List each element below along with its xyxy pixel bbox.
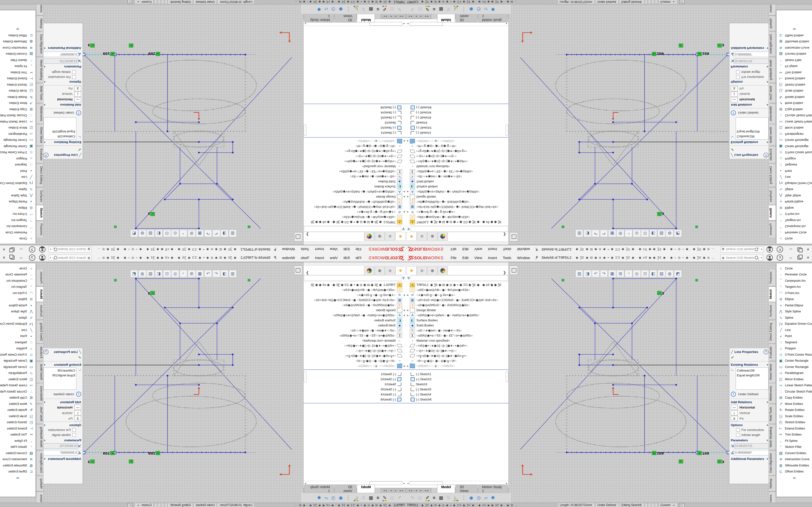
search-icon[interactable]	[54, 248, 57, 251]
tool-menu-item[interactable]: ∿ Spline	[0, 315, 36, 321]
menu-more-chevron-icon[interactable]: ≫	[0, 476, 36, 480]
relations-listbox[interactable]: Collinear108 Equal length109	[735, 368, 768, 390]
tool-menu-item[interactable]: ∷ Segment	[776, 162, 812, 168]
tab-nav-icon[interactable]: ►	[388, 15, 393, 18]
search-input[interactable]: Search CAD Models	[726, 248, 755, 251]
tree-scrollbar-thumb[interactable]	[304, 125, 306, 136]
tool-menu-item[interactable]: ▧ Convert Entities	[0, 51, 36, 57]
tree-row[interactable]: ▶ ↺ ○⋏◉+ƨƧ◦ƍ○ ◉○ ƍ◦Ƨƨ+◉⋏○	[304, 210, 406, 215]
motion-toolbar-icon[interactable]: ✎	[411, 6, 414, 12]
tree-row[interactable]: ▦ ○ƨƧ+ƐƨƧ○И◎◉+ƆƆƐИƨƧ○ ◉○ ƧƨИƐƆƆ+◉◎И○ƧƨƐ+…	[304, 297, 406, 302]
length-input[interactable]	[734, 58, 770, 64]
motion-toolbar-icon[interactable]: ✎	[398, 6, 401, 12]
motion-toolbar-icon[interactable]: ▱	[324, 495, 328, 501]
tree-expand-arrow-icon[interactable]: ▶	[406, 140, 410, 143]
angle-input[interactable]	[734, 450, 770, 455]
menu-item[interactable]: Tools	[298, 256, 312, 260]
tool-menu-item[interactable]: ⊢ Extend Entities	[776, 426, 812, 432]
option-checkbox-row[interactable]: Infinite length	[42, 69, 83, 74]
user-account-icon[interactable]	[39, 246, 45, 252]
tool-menu-item[interactable]: ⊖ Ellipse	[776, 205, 812, 211]
document-tab[interactable]: Motion Study 1	[478, 14, 508, 22]
relation-button-icon[interactable]: ⚓	[74, 416, 81, 421]
tool-menu-item[interactable]: ╱ Line	[776, 327, 812, 333]
tree-filter-input[interactable]	[411, 276, 508, 281]
tool-menu-item[interactable]: ◇ 3 Point Center Recta...	[776, 351, 812, 358]
relations-listbox[interactable]: Collinear108 Equal length109	[44, 368, 77, 390]
tool-menu-item[interactable]: ◟ Fit Spline	[0, 63, 36, 69]
tree-row[interactable]: ▦ ○ƨƧ+ƐƨƧ○И◎◉+ƆƆƐИƨƧ○ ◉○ ƧƨИƐƆƆ+◉◎И○ƧƨƐ+…	[406, 297, 508, 302]
command-tab[interactable]: Markup	[768, 476, 776, 491]
expand-chevron-icon[interactable]: ∨	[766, 457, 768, 460]
tool-menu-item[interactable]: ⌒ Centerpoint Arc	[776, 278, 812, 284]
tool-menu-item[interactable]: ⊢ Extend Entities	[0, 75, 36, 82]
ok-check-icon[interactable]: ✔	[42, 355, 83, 361]
tool-menu-item[interactable]: ◇ 3 Point Center Recta...	[0, 150, 36, 156]
tool-menu-item[interactable]: ○ Circle	[776, 265, 812, 272]
quick-access-toolbar-glyphs[interactable]: ◉ ƷƐ ◉ Ш ◉ ◎ ◉ + ◉ ƆƆ ◉ ƷƐ ◉ · ◉ ƨƧ ◉ ◉ …	[93, 256, 236, 259]
rollback-bar[interactable]	[304, 137, 406, 137]
tree-expand-arrow-icon[interactable]: ▶	[402, 196, 406, 198]
tree-row[interactable]: ▶ ○ƨƧƐИΛ∩◦○ ◉○ ◦∩ΛИƐƧƨ○	[304, 138, 406, 144]
feature-manager-tab[interactable]: ⊕	[427, 266, 438, 275]
command-tab[interactable]: Sketch	[36, 287, 44, 302]
tree-row[interactable]: ❖ TЯPDL2. ◉ ƷƐ ◉ Ш ◉ ◎ ◉ + ◉ ƆƆ ◉ ƷƐ ◉ ·…	[406, 282, 508, 287]
motion-toolbar-icon[interactable]: ✺	[491, 6, 495, 12]
tool-menu-item[interactable]: ⊞ Copy Entities	[0, 106, 36, 113]
tree-row[interactable]: Σ ○ƨƧИ◎◉+ɒ∩°ƐƐ○ ◉○ ƐƐ°∩ɒ+◉◎ИƧƨ○	[304, 333, 406, 338]
menu-item[interactable]: Window	[514, 256, 533, 260]
tool-menu-item[interactable]: ◜ Sketch Fillet	[0, 57, 36, 63]
tool-menu-item[interactable]: ◠ 3 Point Arc	[776, 211, 812, 217]
command-tab[interactable]: Evaluate	[36, 146, 44, 163]
tool-menu-item[interactable]: ≋ Intersection Curve	[776, 45, 812, 51]
command-tab[interactable]: Mold Tools	[768, 404, 776, 424]
feature-manager-tab[interactable]: ⧈	[385, 232, 395, 241]
tool-menu-item[interactable]: ◜ Sketch Fillet	[776, 444, 812, 450]
motion-toolbar-icon[interactable]: ✺	[491, 495, 495, 501]
tree-scrollbar-thumb[interactable]	[506, 371, 508, 382]
tree-row[interactable]: ▶ Design Binder	[304, 307, 406, 313]
tree-row[interactable]: ▶ A ○ƨƧИ◎◉+ɒ+◎ИɒΛ○ ◉○ ΛɒИ◎+ɒ+◉◎ИƧƨ○	[304, 189, 406, 194]
motion-toolbar-icon[interactable]: ≡	[433, 495, 436, 501]
tab-nav-icon[interactable]: ►	[419, 15, 424, 18]
search-input[interactable]: Search CAD Models	[57, 256, 86, 260]
tool-menu-item[interactable]: ◲ Scale Entities	[776, 413, 812, 419]
panel-grip[interactable]: ◦	[304, 262, 406, 266]
tool-menu-item[interactable]: ⊖ Ellipse	[776, 296, 812, 302]
tool-menu-item[interactable]: ◌ Perimeter Circle	[776, 272, 812, 278]
tab-nav-icon[interactable]: ◄◄	[398, 489, 405, 492]
tree-row[interactable]: ≡̇ Material <not specified>	[406, 164, 508, 169]
command-tab[interactable]: Direct Editing	[36, 320, 44, 343]
tree-row[interactable]: ≡̇ Material <not specified>	[304, 338, 406, 343]
tool-menu-item[interactable]: ≋ Intersection Curve	[0, 45, 36, 51]
tool-menu-item[interactable]: ○ Circle	[0, 236, 36, 242]
tool-menu-item[interactable]: ƒx Equation Driven Curve	[776, 180, 812, 186]
tool-menu-item[interactable]: ◜ Sketch Fillet	[0, 444, 36, 450]
menu-item[interactable]: File	[353, 247, 364, 251]
menu-item[interactable]: Tools	[500, 256, 514, 260]
sketch-row[interactable]: (-) Sketch4	[304, 392, 406, 397]
document-tab[interactable]: 3D Views	[456, 14, 477, 22]
tree-expand-arrow-icon[interactable]: ▶	[406, 191, 410, 193]
motion-toolbar-icon[interactable]: ▱	[484, 6, 488, 12]
tool-menu-item[interactable]: ◌ Perimeter Circle	[0, 229, 36, 236]
menu-item[interactable]: File	[448, 256, 459, 260]
rollback-bar-end[interactable]	[406, 403, 508, 403]
menu-item[interactable]: Insert	[312, 256, 327, 260]
tool-menu-item[interactable]: ∺ Linear Sketch Pattern	[776, 119, 812, 125]
feature-manager-tab[interactable]: ❖	[395, 266, 406, 275]
tool-menu-item[interactable]: ◟ Fit Spline	[0, 438, 36, 444]
tool-menu-item[interactable]: ↗ Move Entities	[776, 401, 812, 407]
expand-chevron-icon[interactable]: ∨	[766, 47, 768, 50]
tool-menu-item[interactable]: ✂ Trim Entities	[776, 69, 812, 75]
units-dropdown[interactable]: Custom ▲	[135, 0, 154, 4]
menu-item[interactable]: Window	[514, 247, 533, 251]
expand-chevron-icon[interactable]: ∨	[44, 457, 46, 460]
minimize-button[interactable]: –	[20, 255, 22, 260]
ok-check-icon[interactable]: ✔	[729, 146, 770, 152]
units-dropdown[interactable]: Custom ▲	[658, 0, 677, 4]
feature-manager-tab[interactable]	[438, 232, 448, 241]
feature-manager-tab[interactable]: ⧈	[385, 266, 395, 275]
collapse-chevron-icon[interactable]: ∧	[766, 424, 768, 427]
tree-row[interactable]: Σ ○ƨƧИ◎◉+ɒ∩°ƐƐ○ ◉○ ƐƐ°∩ɒ+◉◎ИƧƨ○	[406, 333, 508, 338]
